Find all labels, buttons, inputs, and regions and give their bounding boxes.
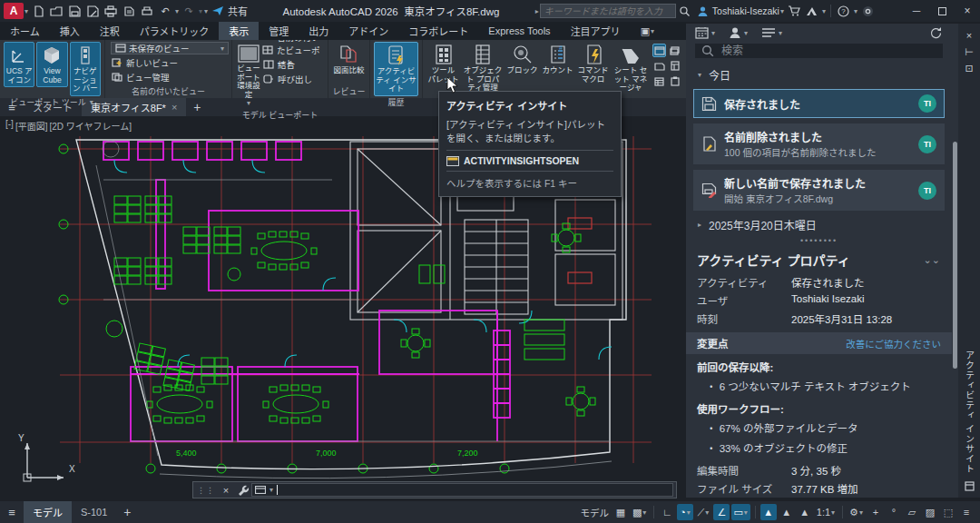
named-viewports-button[interactable]: 名前の付いたビューポート	[262, 44, 325, 56]
collapse-chevrons-icon[interactable]: ⌄⌄	[924, 254, 940, 266]
tab-output[interactable]: 出力	[299, 22, 338, 40]
tab-insert[interactable]: 挿入	[50, 22, 90, 40]
close-button[interactable]: ×	[955, 1, 980, 21]
annotation-visibility-icon[interactable]: ▲	[760, 504, 777, 520]
activity-insights-button[interactable]: アクティビティ インサイト	[374, 42, 418, 96]
chevron-down-icon[interactable]: ▾	[24, 7, 28, 15]
drawing-compare-button[interactable]: 図面比較	[332, 42, 366, 77]
palette-scrollbar[interactable]	[952, 24, 958, 498]
model-space-indicator[interactable]: モデル	[580, 506, 609, 519]
panel-label-viewport-tools[interactable]: ビューポート ツール▾	[0, 96, 104, 109]
autoscale-icon[interactable]: ▲	[779, 504, 795, 520]
autodesk-dropdown-icon[interactable]: ▾	[822, 7, 826, 15]
command-grip-icon[interactable]: ⋮⋮	[197, 486, 215, 495]
palette-properties-icon[interactable]: ⊡	[965, 60, 973, 76]
cart-icon[interactable]	[785, 3, 803, 19]
tab-express-tools[interactable]: Express Tools	[478, 22, 560, 40]
tab-annotate[interactable]: 注釈	[90, 22, 130, 40]
markup-palette-icon[interactable]	[652, 59, 666, 73]
tab-manage[interactable]: 管理	[259, 22, 299, 40]
ucs-icon-button[interactable]: UCS アイコン	[4, 42, 34, 87]
calculator-icon[interactable]	[668, 59, 681, 73]
view-cube-button[interactable]: View Cube	[36, 42, 67, 87]
redo-icon[interactable]: ↷	[180, 3, 198, 19]
today-section-header[interactable]: ▾ 今日	[686, 64, 952, 86]
annotation-scale-button[interactable]: 1:1▾	[815, 504, 838, 520]
palette-close-icon[interactable]: ×	[966, 27, 972, 44]
event-filter-icon[interactable]: ▾	[761, 27, 783, 38]
open-file-icon[interactable]	[47, 3, 65, 19]
date-filter-icon[interactable]: ▾	[695, 26, 716, 39]
command-line[interactable]: ⋮⋮ × ▾	[192, 481, 677, 498]
feedback-link[interactable]: 改善にご協力ください	[846, 337, 941, 350]
app-logo-icon[interactable]: A	[4, 3, 24, 19]
print-icon[interactable]	[138, 3, 156, 19]
ortho-mode-icon[interactable]: ∟	[659, 504, 675, 520]
tab-featured-apps[interactable]: 注目アプリ	[561, 22, 631, 40]
redo-dropdown-icon[interactable]: ▾	[199, 7, 202, 15]
view-list-dropdown[interactable]: 未保存のビュー▾	[111, 42, 229, 54]
activity-item-saved-as[interactable]: 新しい名前で保存されました 開始 東京オフィス8F.dwg TI	[693, 170, 945, 211]
new-layout-icon[interactable]: +	[116, 501, 138, 523]
help-icon[interactable]: ?	[835, 3, 853, 19]
clipboard-icon[interactable]	[668, 74, 681, 88]
refresh-icon[interactable]	[929, 26, 943, 40]
user-dropdown-icon[interactable]: ▾	[780, 7, 784, 15]
tab-collaborate[interactable]: コラボレート	[398, 22, 478, 40]
quick-properties-icon[interactable]: ▱	[904, 504, 920, 520]
minimize-button[interactable]: ─	[904, 1, 929, 21]
activity-properties-header[interactable]: アクティビティ プロパティ ⌄⌄	[686, 245, 952, 273]
layout-menu-icon[interactable]: ≡	[0, 501, 24, 523]
graphics-performance-icon[interactable]: ▨	[922, 504, 938, 520]
palette-splitter[interactable]: ••••••••	[686, 236, 952, 245]
annotation-monitor-icon[interactable]: +	[867, 504, 884, 520]
join-viewports-button[interactable]: 結合	[262, 58, 325, 71]
activity-item-purged[interactable]: 名前削除されました 100 個の項目が名前削除されました TI	[693, 123, 945, 164]
save-as-icon[interactable]	[83, 3, 102, 19]
new-view-button[interactable]: 新しいビュー	[111, 56, 178, 69]
workspace-gear-icon[interactable]: ⚙▾	[848, 504, 866, 520]
save-icon[interactable]	[65, 3, 83, 19]
undo-icon[interactable]: ↶	[156, 3, 174, 19]
layout-tab-s101[interactable]: S-101	[72, 501, 116, 523]
command-close-icon[interactable]: ×	[219, 485, 233, 496]
object-snap-icon[interactable]: ▭▾	[731, 504, 750, 520]
visual-style-control[interactable]: [2D ワイヤフレーム]	[49, 119, 132, 133]
navigation-bar-button[interactable]: ナビゲーション バー	[70, 42, 101, 96]
keyword-search-input[interactable]	[540, 4, 676, 18]
restore-viewports-button[interactable]: 呼び出し	[262, 73, 325, 85]
new-file-icon[interactable]	[29, 3, 47, 19]
user-icon[interactable]	[694, 3, 712, 19]
grid-display-icon[interactable]: ▦	[612, 504, 629, 520]
osnap-tracking-icon[interactable]: ∠	[713, 504, 730, 520]
ribbon-options-icon[interactable]: ▣▾	[631, 22, 665, 40]
polar-tracking-icon[interactable]: ◔▾	[677, 504, 693, 520]
snap-mode-icon[interactable]: ▩▾	[631, 504, 649, 520]
new-drawing-icon[interactable]: +	[186, 98, 208, 116]
view-control[interactable]: [平面図]	[15, 119, 48, 133]
publish-icon[interactable]	[120, 3, 138, 19]
undo-dropdown-icon[interactable]: ▾	[175, 7, 179, 15]
layout-tab-model[interactable]: モデル	[24, 501, 72, 523]
qat-customize-icon[interactable]: ▾	[204, 7, 208, 15]
palette-search-input[interactable]	[720, 44, 901, 58]
autodesk-logo-icon[interactable]	[803, 3, 821, 19]
activity-item-saved[interactable]: 保存されました TI	[693, 89, 945, 118]
viewport-config-button[interactable]: ビューポート環境設定▾	[236, 42, 261, 109]
command-macros-button[interactable]: コマンド マクロ	[576, 42, 610, 85]
tab-home[interactable]: ホーム	[0, 22, 50, 40]
help-dropdown-icon[interactable]: ▾	[854, 7, 858, 15]
command-input[interactable]: ▾	[251, 483, 673, 497]
count-palette-button[interactable]: # カウント	[541, 42, 574, 77]
units-icon[interactable]: °	[886, 504, 902, 520]
notifications-icon[interactable]	[858, 3, 877, 19]
plot-icon[interactable]	[102, 3, 120, 19]
reference-palette-icon[interactable]	[652, 74, 666, 88]
view-manager-button[interactable]: ビュー管理	[111, 71, 170, 84]
palette-search[interactable]	[695, 44, 943, 58]
isodraft-icon[interactable]: ⟋▾	[695, 504, 711, 520]
command-wrench-icon[interactable]	[233, 484, 251, 496]
command-line-toggle-icon[interactable]	[652, 44, 666, 57]
blocks-palette-button[interactable]: ブロック	[505, 42, 539, 77]
tab-close-icon[interactable]: ×	[172, 102, 177, 113]
